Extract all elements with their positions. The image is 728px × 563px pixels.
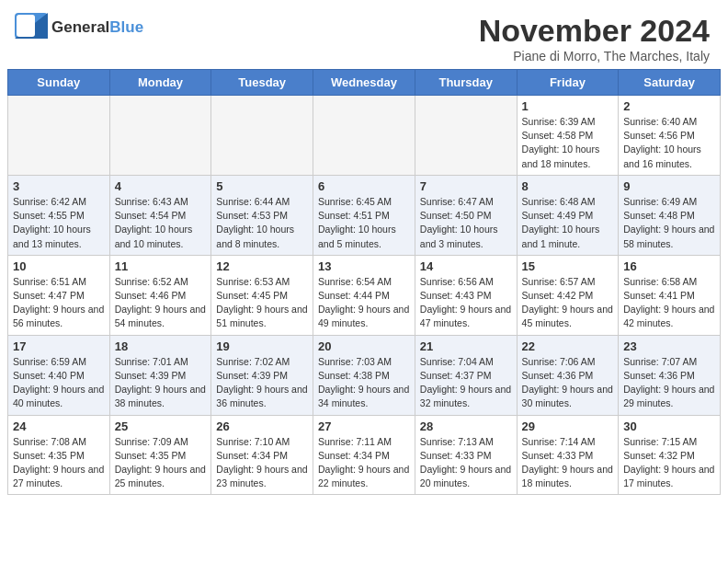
- day-number: 15: [522, 259, 614, 273]
- day-cell: 14Sunrise: 6:56 AMSunset: 4:43 PMDayligh…: [415, 255, 517, 335]
- day-number: 8: [522, 179, 614, 193]
- calendar-row: 17Sunrise: 6:59 AMSunset: 4:40 PMDayligh…: [8, 335, 721, 415]
- day-cell: 9Sunrise: 6:49 AMSunset: 4:48 PMDaylight…: [619, 175, 721, 255]
- day-number: 17: [13, 339, 105, 353]
- calendar-row: 3Sunrise: 6:42 AMSunset: 4:55 PMDaylight…: [8, 175, 721, 255]
- day-number: 13: [318, 259, 410, 273]
- header-tuesday: Tuesday: [211, 70, 313, 96]
- day-cell: 28Sunrise: 7:13 AMSunset: 4:33 PMDayligh…: [415, 415, 517, 495]
- day-number: 6: [318, 179, 410, 193]
- day-info: Sunrise: 7:15 AMSunset: 4:32 PMDaylight:…: [623, 435, 715, 491]
- day-number: 30: [623, 419, 715, 433]
- day-cell: [8, 96, 110, 176]
- day-info: Sunrise: 6:57 AMSunset: 4:42 PMDaylight:…: [522, 275, 614, 331]
- header-wednesday: Wednesday: [313, 70, 415, 96]
- day-number: 29: [522, 419, 614, 433]
- day-info: Sunrise: 6:59 AMSunset: 4:40 PMDaylight:…: [13, 355, 105, 411]
- day-info: Sunrise: 6:49 AMSunset: 4:48 PMDaylight:…: [623, 195, 715, 251]
- day-cell: 20Sunrise: 7:03 AMSunset: 4:38 PMDayligh…: [313, 335, 415, 415]
- day-cell: [211, 96, 313, 176]
- day-info: Sunrise: 6:48 AMSunset: 4:49 PMDaylight:…: [522, 195, 614, 251]
- day-cell: [313, 96, 415, 176]
- day-number: 23: [623, 339, 715, 353]
- day-cell: 13Sunrise: 6:54 AMSunset: 4:44 PMDayligh…: [313, 255, 415, 335]
- day-cell: 3Sunrise: 6:42 AMSunset: 4:55 PMDaylight…: [8, 175, 110, 255]
- day-number: 5: [216, 179, 308, 193]
- day-info: Sunrise: 6:58 AMSunset: 4:41 PMDaylight:…: [623, 275, 715, 331]
- day-info: Sunrise: 6:53 AMSunset: 4:45 PMDaylight:…: [216, 275, 308, 331]
- day-number: 14: [420, 259, 512, 273]
- day-cell: 29Sunrise: 7:14 AMSunset: 4:33 PMDayligh…: [517, 415, 619, 495]
- header-row: Sunday Monday Tuesday Wednesday Thursday…: [8, 70, 721, 96]
- calendar-table: Sunday Monday Tuesday Wednesday Thursday…: [7, 69, 721, 495]
- day-info: Sunrise: 7:13 AMSunset: 4:33 PMDaylight:…: [420, 435, 512, 491]
- day-cell: 7Sunrise: 6:47 AMSunset: 4:50 PMDaylight…: [415, 175, 517, 255]
- header-monday: Monday: [109, 70, 211, 96]
- day-cell: [415, 96, 517, 176]
- day-cell: 6Sunrise: 6:45 AMSunset: 4:51 PMDaylight…: [313, 175, 415, 255]
- day-number: 3: [13, 179, 105, 193]
- calendar-row: 24Sunrise: 7:08 AMSunset: 4:35 PMDayligh…: [8, 415, 721, 495]
- day-cell: 18Sunrise: 7:01 AMSunset: 4:39 PMDayligh…: [109, 335, 211, 415]
- svg-rect-2: [17, 15, 35, 37]
- day-number: 26: [216, 419, 308, 433]
- page-container: General Blue November 2024 Piane di Morr…: [0, 0, 728, 563]
- day-number: 12: [216, 259, 308, 273]
- day-number: 21: [420, 339, 512, 353]
- day-number: 2: [623, 99, 715, 113]
- day-info: Sunrise: 7:08 AMSunset: 4:35 PMDaylight:…: [13, 435, 105, 491]
- day-number: 18: [115, 339, 207, 353]
- logo: General Blue: [15, 13, 143, 42]
- day-cell: 11Sunrise: 6:52 AMSunset: 4:46 PMDayligh…: [109, 255, 211, 335]
- day-cell: 10Sunrise: 6:51 AMSunset: 4:47 PMDayligh…: [8, 255, 110, 335]
- day-info: Sunrise: 6:45 AMSunset: 4:51 PMDaylight:…: [318, 195, 410, 251]
- day-info: Sunrise: 6:39 AMSunset: 4:58 PMDaylight:…: [522, 115, 614, 171]
- day-info: Sunrise: 6:42 AMSunset: 4:55 PMDaylight:…: [13, 195, 105, 251]
- day-info: Sunrise: 6:47 AMSunset: 4:50 PMDaylight:…: [420, 195, 512, 251]
- day-cell: 15Sunrise: 6:57 AMSunset: 4:42 PMDayligh…: [517, 255, 619, 335]
- header-sunday: Sunday: [8, 70, 110, 96]
- logo-icon: [15, 13, 48, 42]
- day-number: 27: [318, 419, 410, 433]
- day-info: Sunrise: 7:04 AMSunset: 4:37 PMDaylight:…: [420, 355, 512, 411]
- day-info: Sunrise: 6:52 AMSunset: 4:46 PMDaylight:…: [115, 275, 207, 331]
- day-number: 1: [522, 99, 614, 113]
- month-title: November 2024: [479, 13, 710, 49]
- day-info: Sunrise: 6:51 AMSunset: 4:47 PMDaylight:…: [13, 275, 105, 331]
- calendar-row: 10Sunrise: 6:51 AMSunset: 4:47 PMDayligh…: [8, 255, 721, 335]
- day-info: Sunrise: 7:07 AMSunset: 4:36 PMDaylight:…: [623, 355, 715, 411]
- day-info: Sunrise: 7:14 AMSunset: 4:33 PMDaylight:…: [522, 435, 614, 491]
- day-info: Sunrise: 7:03 AMSunset: 4:38 PMDaylight:…: [318, 355, 410, 411]
- day-info: Sunrise: 7:09 AMSunset: 4:35 PMDaylight:…: [115, 435, 207, 491]
- day-number: 9: [623, 179, 715, 193]
- day-cell: 16Sunrise: 6:58 AMSunset: 4:41 PMDayligh…: [619, 255, 721, 335]
- logo-text: General Blue: [51, 18, 143, 37]
- subtitle: Piane di Morro, The Marches, Italy: [479, 49, 710, 63]
- day-number: 20: [318, 339, 410, 353]
- header-friday: Friday: [517, 70, 619, 96]
- day-cell: [109, 96, 211, 176]
- day-cell: 2Sunrise: 6:40 AMSunset: 4:56 PMDaylight…: [619, 96, 721, 176]
- day-info: Sunrise: 6:44 AMSunset: 4:53 PMDaylight:…: [216, 195, 308, 251]
- day-cell: 27Sunrise: 7:11 AMSunset: 4:34 PMDayligh…: [313, 415, 415, 495]
- day-number: 22: [522, 339, 614, 353]
- header-saturday: Saturday: [619, 70, 721, 96]
- day-cell: 23Sunrise: 7:07 AMSunset: 4:36 PMDayligh…: [619, 335, 721, 415]
- day-info: Sunrise: 7:06 AMSunset: 4:36 PMDaylight:…: [522, 355, 614, 411]
- day-number: 28: [420, 419, 512, 433]
- day-cell: 19Sunrise: 7:02 AMSunset: 4:39 PMDayligh…: [211, 335, 313, 415]
- day-info: Sunrise: 6:56 AMSunset: 4:43 PMDaylight:…: [420, 275, 512, 331]
- day-number: 16: [623, 259, 715, 273]
- day-info: Sunrise: 6:43 AMSunset: 4:54 PMDaylight:…: [115, 195, 207, 251]
- day-cell: 30Sunrise: 7:15 AMSunset: 4:32 PMDayligh…: [619, 415, 721, 495]
- title-section: November 2024 Piane di Morro, The Marche…: [479, 13, 710, 63]
- day-cell: 5Sunrise: 6:44 AMSunset: 4:53 PMDaylight…: [211, 175, 313, 255]
- logo-general: General: [51, 18, 109, 37]
- day-info: Sunrise: 7:02 AMSunset: 4:39 PMDaylight:…: [216, 355, 308, 411]
- day-number: 10: [13, 259, 105, 273]
- day-number: 24: [13, 419, 105, 433]
- header: General Blue November 2024 Piane di Morr…: [0, 0, 728, 69]
- day-cell: 17Sunrise: 6:59 AMSunset: 4:40 PMDayligh…: [8, 335, 110, 415]
- day-cell: 8Sunrise: 6:48 AMSunset: 4:49 PMDaylight…: [517, 175, 619, 255]
- day-cell: 22Sunrise: 7:06 AMSunset: 4:36 PMDayligh…: [517, 335, 619, 415]
